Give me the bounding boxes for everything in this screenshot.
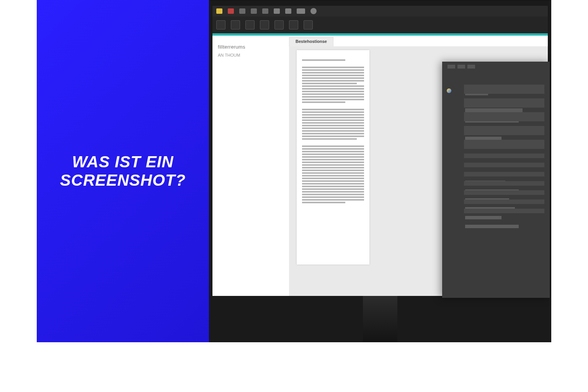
doc-text-line: [302, 145, 364, 147]
toolbar-icon[interactable]: [228, 8, 234, 14]
overlay-header: [448, 65, 544, 72]
overlay-chip: [467, 65, 475, 69]
doc-text-line: [302, 159, 364, 160]
overlay-list-item[interactable]: [464, 172, 544, 176]
doc-text-line: [302, 175, 364, 176]
doc-text-line: [302, 77, 364, 79]
overlay-list-item[interactable]: [464, 126, 544, 135]
toolbar-top: [212, 6, 548, 16]
overlay-list-item[interactable]: [464, 112, 544, 121]
overlay-list-item[interactable]: [464, 154, 544, 158]
document-page: [297, 50, 369, 265]
doc-text-line: [302, 93, 364, 95]
doc-text-line: [302, 99, 364, 100]
doc-text-line: [302, 167, 364, 168]
ribbon-icon[interactable]: [245, 20, 255, 29]
toolbar-icon[interactable]: [285, 8, 291, 14]
doc-text-line: [302, 138, 357, 140]
overlay-list-item[interactable]: [464, 140, 544, 149]
status-dot-icon: [447, 88, 451, 93]
ribbon-icon[interactable]: [216, 20, 225, 29]
overlay-chip: [457, 65, 465, 69]
doc-text-line: [302, 114, 364, 116]
doc-text-line: [302, 130, 364, 132]
doc-text-line: [302, 109, 364, 110]
doc-text-line: [302, 191, 364, 193]
doc-text-line: [302, 162, 364, 163]
overlay-list-item[interactable]: [464, 163, 544, 167]
doc-text-line: [302, 151, 364, 152]
doc-text-line: [302, 119, 364, 121]
doc-text-line: [302, 83, 357, 84]
doc-text-line: [302, 196, 364, 198]
doc-text-line: [302, 156, 364, 158]
doc-text-line: [302, 202, 345, 203]
monitor-screen: fillterrerums AN THOUM Bestehostionse: [212, 6, 548, 296]
toolbar-icon[interactable]: [251, 8, 257, 14]
doc-text-line: [302, 183, 364, 185]
monitor-frame: fillterrerums AN THOUM Bestehostionse: [209, 0, 551, 342]
doc-text-line: [302, 194, 364, 195]
doc-text-line: [302, 170, 364, 171]
doc-text-line: [302, 59, 345, 61]
doc-text-line: [302, 136, 364, 137]
doc-text-line: [302, 85, 364, 87]
left-headline-panel: WAS IST EIN SCREENSHOT?: [37, 0, 209, 342]
overlay-panel: [442, 62, 550, 298]
ribbon-icon[interactable]: [304, 20, 313, 29]
toolbar-icon[interactable]: [216, 8, 222, 14]
tab-strip: Bestehostionse: [289, 36, 548, 46]
nav-title: fillterrerums: [218, 44, 283, 50]
ribbon-icon[interactable]: [274, 20, 284, 29]
overlay-list-item[interactable]: [464, 85, 544, 94]
headline-text: WAS IST EIN SCREENSHOT?: [37, 153, 209, 190]
document-canvas: [289, 46, 548, 296]
ribbon-icon[interactable]: [231, 20, 240, 29]
overlay-text-line: [465, 225, 519, 228]
overlay-chip: [448, 65, 455, 69]
toolbar-icon[interactable]: [310, 8, 317, 14]
toolbar-icon[interactable]: [274, 8, 280, 14]
toolbar-icon[interactable]: [297, 8, 305, 14]
doc-text-line: [302, 172, 364, 174]
workspace: fillterrerums AN THOUM Bestehostionse: [212, 36, 548, 296]
toolbar-ribbon: [212, 16, 548, 33]
doc-text-line: [302, 180, 364, 182]
doc-text-line: [302, 75, 364, 76]
doc-text-line: [302, 96, 364, 98]
doc-text-line: [302, 80, 364, 82]
doc-text-line: [302, 148, 364, 150]
doc-text-line: [302, 186, 364, 187]
doc-text-line: [302, 111, 364, 113]
doc-text-line: [302, 199, 364, 201]
doc-text-line: [302, 67, 364, 68]
overlay-list-item[interactable]: [464, 199, 544, 204]
overlay-list-item[interactable]: [464, 181, 544, 186]
toolbar-icon[interactable]: [262, 8, 268, 14]
doc-text-line: [302, 72, 364, 74]
overlay-list-item[interactable]: [464, 190, 544, 195]
monitor-stand: [334, 296, 426, 342]
overlay-right-column: [464, 85, 544, 218]
doc-text-line: [302, 125, 364, 126]
doc-text-line: [302, 188, 364, 190]
nav-subtitle: AN THOUM: [218, 53, 283, 57]
monitor-illustration: fillterrerums AN THOUM Bestehostionse: [209, 0, 551, 342]
doc-text-line: [302, 178, 364, 179]
ribbon-icon[interactable]: [289, 20, 298, 29]
ribbon-icon[interactable]: [260, 20, 269, 29]
side-navigation: fillterrerums AN THOUM: [218, 44, 283, 57]
doc-text-line: [302, 101, 345, 103]
doc-text-line: [302, 133, 364, 134]
doc-text-line: [302, 127, 364, 129]
doc-text-line: [302, 154, 364, 155]
toolbar-icon[interactable]: [239, 8, 245, 14]
overlay-list-item[interactable]: [464, 98, 544, 108]
doc-text-line: [302, 117, 364, 118]
document-tab[interactable]: Bestehostionse: [289, 37, 333, 46]
doc-text-line: [302, 122, 364, 124]
doc-text-line: [302, 164, 364, 166]
overlay-list-item[interactable]: [464, 209, 544, 213]
monitor-stand-neck: [363, 296, 397, 342]
doc-text-line: [302, 69, 364, 71]
